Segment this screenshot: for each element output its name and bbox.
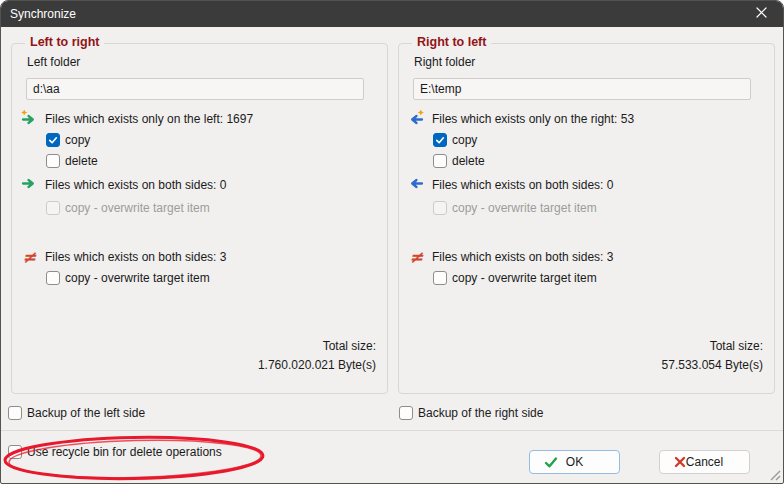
left-overwrite-diff-row[interactable]: copy - overwrite target item: [46, 270, 210, 286]
left-diff-files-label: Files which exists on both sides: 3: [45, 250, 226, 264]
left-overwrite-diff-label: copy - overwrite target item: [65, 271, 210, 285]
window-title: Synchronize: [1, 7, 76, 21]
left-delete-row[interactable]: delete: [46, 153, 98, 169]
right-total-size-label: Total size:: [710, 339, 763, 353]
titlebar[interactable]: Synchronize: [1, 1, 783, 27]
cancel-x-icon: [674, 456, 686, 471]
left-equal-files-label: Files which exists on both sides: 0: [45, 178, 226, 192]
left-total-size-label: Total size:: [323, 339, 376, 353]
left-overwrite-equal-row: copy - overwrite target item: [46, 200, 210, 216]
left-folder-label: Left folder: [27, 55, 80, 69]
left-overwrite-diff-checkbox[interactable]: [46, 271, 60, 285]
right-only-files-label: Files which exists only on the right: 53: [432, 112, 634, 126]
backup-left-label: Backup of the left side: [27, 406, 145, 420]
left-only-files-label: Files which exists only on the left: 169…: [45, 112, 253, 126]
not-equal-icon: ≠: [407, 249, 425, 265]
right-overwrite-equal-label: copy - overwrite target item: [452, 201, 597, 215]
right-overwrite-diff-label: copy - overwrite target item: [452, 271, 597, 285]
close-button[interactable]: [739, 1, 783, 27]
ok-check-icon: [544, 456, 558, 472]
right-equal-files-label: Files which exists on both sides: 0: [432, 178, 613, 192]
backup-left-row[interactable]: Backup of the left side: [8, 405, 145, 421]
right-delete-label: delete: [452, 154, 485, 168]
right-overwrite-equal-row: copy - overwrite target item: [433, 200, 597, 216]
recycle-bin-checkbox[interactable]: [8, 445, 22, 459]
right-folder-label: Right folder: [414, 55, 475, 69]
left-total-size-value: 1.760.020.021 Byte(s): [258, 358, 376, 372]
arrow-right-new-files-icon: [20, 109, 38, 129]
right-total-size-value: 57.533.054 Byte(s): [662, 358, 763, 372]
right-delete-row[interactable]: delete: [433, 153, 485, 169]
left-copy-label: copy: [65, 133, 90, 147]
right-overwrite-diff-checkbox[interactable]: [433, 271, 447, 285]
right-overwrite-diff-row[interactable]: copy - overwrite target item: [433, 270, 597, 286]
right-copy-row[interactable]: copy: [433, 132, 477, 148]
not-equal-icon: ≠: [20, 249, 38, 265]
panel-left-title: Left to right: [25, 35, 104, 49]
left-overwrite-equal-label: copy - overwrite target item: [65, 201, 210, 215]
cancel-button-label: Cancel: [686, 455, 723, 469]
arrow-right-icon: [20, 175, 38, 195]
recycle-bin-row[interactable]: Use recycle bin for delete operations: [8, 444, 222, 460]
left-delete-label: delete: [65, 154, 98, 168]
backup-right-row[interactable]: Backup of the right side: [399, 405, 543, 421]
backup-right-label: Backup of the right side: [418, 406, 543, 420]
right-copy-checkbox[interactable]: [433, 133, 447, 147]
recycle-bin-label: Use recycle bin for delete operations: [27, 445, 222, 459]
left-folder-input[interactable]: [26, 78, 364, 100]
synchronize-dialog: Synchronize Left to right Left folder Fi…: [0, 0, 784, 484]
left-overwrite-equal-checkbox: [46, 201, 60, 215]
cancel-button[interactable]: Cancel: [659, 450, 750, 474]
arrow-left-new-files-icon: [407, 109, 425, 129]
right-copy-label: copy: [452, 133, 477, 147]
backup-left-checkbox[interactable]: [8, 406, 22, 420]
footer-divider: [1, 430, 783, 431]
arrow-left-icon: [407, 175, 425, 195]
left-delete-checkbox[interactable]: [46, 154, 60, 168]
left-copy-checkbox[interactable]: [46, 133, 60, 147]
panel-right-title: Right to left: [412, 35, 491, 49]
left-copy-row[interactable]: copy: [46, 132, 90, 148]
panel-right-to-left: Right to left Right folder Files which e…: [398, 43, 775, 394]
right-overwrite-equal-checkbox: [433, 201, 447, 215]
backup-right-checkbox[interactable]: [399, 406, 413, 420]
close-icon: [756, 7, 767, 21]
ok-button-label: OK: [566, 455, 583, 469]
panel-left-to-right: Left to right Left folder Files which ex…: [11, 43, 388, 394]
ok-button[interactable]: OK: [529, 450, 620, 474]
right-folder-input[interactable]: [413, 78, 751, 100]
right-delete-checkbox[interactable]: [433, 154, 447, 168]
right-diff-files-label: Files which exists on both sides: 3: [432, 250, 613, 264]
resize-grip[interactable]: [769, 469, 781, 481]
